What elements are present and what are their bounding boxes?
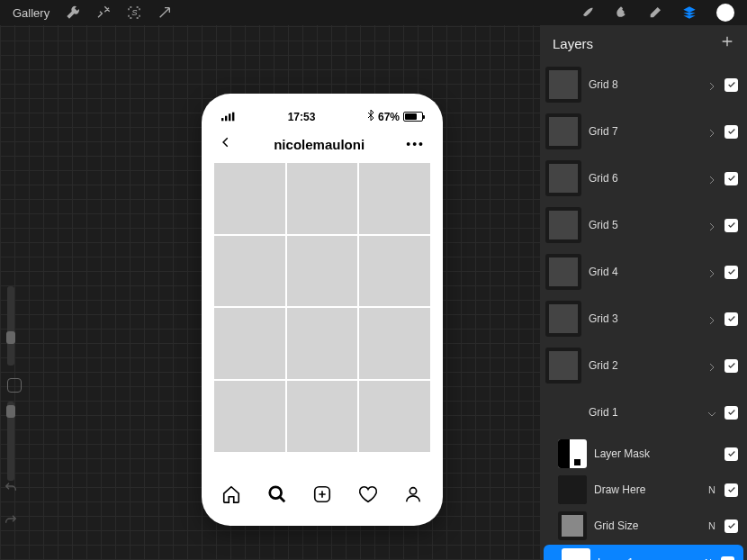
username-text: nicolemauloni (274, 137, 364, 152)
chevron-right-icon[interactable] (706, 360, 717, 371)
left-sidebar-sliders (7, 286, 22, 481)
grid-cell (359, 381, 430, 452)
visibility-checkbox[interactable] (724, 406, 738, 420)
layer-thumbnail (545, 348, 581, 384)
layer-group-grid2[interactable]: Grid 2 (540, 342, 747, 389)
eraser-icon[interactable] (648, 5, 662, 20)
visibility-checkbox[interactable] (724, 447, 738, 461)
layer-label: Draw Here (594, 483, 699, 496)
canvas-area[interactable]: 17:53 67% nicolemauloni ••• (0, 25, 540, 560)
layer-thumbnail (545, 160, 581, 196)
layer-group-grid3[interactable]: Grid 3 (540, 295, 747, 342)
layer-label: Grid 2 (589, 359, 699, 372)
undo-redo-area (4, 481, 18, 531)
smudge-icon[interactable] (614, 5, 628, 20)
layer-thumbnail (545, 113, 581, 149)
layer-group-grid6[interactable]: Grid 6 (540, 155, 747, 202)
top-toolbar: Gallery S (0, 0, 747, 25)
bluetooth-icon (367, 110, 374, 123)
heart-icon[interactable] (358, 484, 378, 508)
layer-group-grid8[interactable]: Grid 8 (540, 61, 747, 108)
wrench-icon[interactable] (66, 5, 80, 20)
svg-point-7 (410, 488, 416, 494)
arrow-icon[interactable] (158, 5, 172, 20)
sidebar-color-square[interactable] (7, 378, 22, 393)
chevron-right-icon[interactable] (706, 266, 717, 277)
blend-mode[interactable]: N (706, 484, 717, 495)
visibility-checkbox[interactable] (724, 483, 738, 497)
adjustments-icon[interactable] (96, 5, 111, 20)
sublayer-grid-size[interactable]: Grid Size N (540, 508, 747, 544)
chevron-right-icon[interactable] (706, 313, 717, 324)
chevron-down-icon[interactable] (706, 407, 717, 418)
visibility-checkbox[interactable] (721, 556, 734, 561)
sublayer-layer1[interactable]: Layer 1 N (544, 545, 743, 560)
battery-icon (403, 112, 423, 122)
layers-icon[interactable] (682, 5, 697, 20)
search-icon[interactable] (267, 484, 287, 508)
grid-cell (359, 236, 430, 307)
visibility-checkbox[interactable] (724, 312, 738, 326)
status-battery-area: 67% (367, 110, 423, 123)
layer-thumbnail (545, 207, 581, 243)
chevron-right-icon[interactable] (706, 79, 717, 90)
visibility-checkbox[interactable] (724, 519, 738, 533)
visibility-checkbox[interactable] (724, 266, 738, 279)
home-icon[interactable] (221, 484, 241, 508)
signal-icon (221, 112, 236, 122)
back-icon[interactable] (220, 136, 232, 152)
selection-icon[interactable]: S (127, 5, 141, 20)
layer-thumbnail (558, 439, 587, 468)
grid-cell (287, 381, 358, 452)
layer-group-grid7[interactable]: Grid 7 (540, 108, 747, 155)
brush-icon[interactable] (580, 5, 594, 20)
grid-cell (287, 236, 358, 307)
sublayer-layer-mask[interactable]: Layer Mask (540, 436, 747, 472)
status-time: 17:53 (288, 111, 316, 123)
layer-thumbnail (562, 548, 590, 560)
grid-cell (359, 308, 430, 379)
layer-label: Grid Size (594, 519, 699, 532)
visibility-checkbox[interactable] (724, 78, 738, 92)
layer-thumbnail (558, 511, 587, 540)
layer-thumbnail (558, 475, 587, 504)
visibility-checkbox[interactable] (724, 125, 738, 139)
layer-group-grid5[interactable]: Grid 5 (540, 202, 747, 248)
visibility-checkbox[interactable] (724, 359, 738, 373)
sublayer-draw-here[interactable]: Draw Here N (540, 472, 747, 508)
profile-icon[interactable] (403, 484, 423, 508)
add-layer-icon[interactable] (720, 34, 734, 52)
redo-icon[interactable] (4, 513, 18, 531)
add-icon[interactable] (312, 484, 332, 508)
layer-group-grid4[interactable]: Grid 4 (540, 248, 747, 295)
visibility-checkbox[interactable] (724, 219, 738, 232)
layer-label: Grid 4 (589, 266, 699, 278)
layer-group-grid1[interactable]: Grid 1 (540, 389, 747, 436)
layer-label: Grid 5 (589, 219, 699, 231)
grid-cell (214, 163, 285, 234)
svg-rect-3 (229, 113, 230, 121)
brush-size-slider[interactable] (7, 286, 14, 366)
grid-cell (214, 308, 285, 379)
color-circle[interactable] (716, 4, 734, 22)
chevron-right-icon[interactable] (706, 173, 717, 184)
layer-label: Grid 3 (589, 312, 699, 325)
more-icon[interactable]: ••• (406, 137, 425, 151)
blend-mode[interactable]: N (706, 520, 717, 531)
chevron-right-icon[interactable] (706, 220, 717, 230)
layer-label: Grid 8 (589, 78, 699, 91)
opacity-slider[interactable] (7, 402, 14, 481)
layers-list: Grid 8 Grid 7 Grid 6 Grid 5 Grid 4 (540, 61, 747, 560)
layer-label: Grid 1 (589, 406, 699, 419)
instagram-grid (202, 163, 443, 452)
undo-icon[interactable] (4, 481, 18, 499)
instagram-tabbar (202, 472, 443, 526)
chevron-right-icon[interactable] (706, 126, 717, 137)
svg-text:S: S (132, 8, 139, 17)
visibility-checkbox[interactable] (724, 172, 738, 185)
gallery-button[interactable]: Gallery (13, 6, 50, 20)
layers-header: Layers (540, 25, 747, 61)
layers-panel: Layers Grid 8 Grid 7 Grid 6 Grid 5 (540, 25, 747, 560)
toolbar-right (580, 4, 734, 22)
grid-cell (287, 163, 358, 234)
